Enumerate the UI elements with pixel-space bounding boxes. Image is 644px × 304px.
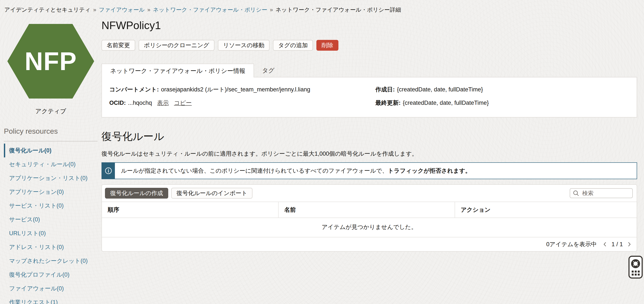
previous-page-icon[interactable] xyxy=(602,241,608,247)
pagination: 1 / 1 xyxy=(602,241,632,248)
column-header-order[interactable]: 順序 xyxy=(102,202,278,218)
info-icon xyxy=(102,163,115,179)
breadcrumb-separator: » xyxy=(270,6,273,13)
column-header-name[interactable]: 名前 xyxy=(278,202,455,218)
sidebar-item-url-lists[interactable]: URLリスト(0) xyxy=(4,226,102,240)
created-label: 作成日: xyxy=(375,86,395,93)
search-box xyxy=(570,188,633,198)
details-left-column: コンパートメント: orasejapankids2 (ルート)/sec_team… xyxy=(109,86,375,107)
sidebar-item-decryption-profiles[interactable]: 復号化プロファイル(0) xyxy=(4,268,102,282)
rename-button[interactable]: 名前変更 xyxy=(102,40,135,51)
main-content: NFWPolicy1 名前変更 ポリシーのクローニング リソースの移動 タグの追… xyxy=(102,13,644,252)
breadcrumb-separator: » xyxy=(147,6,150,13)
sidebar-item-application-lists[interactable]: アプリケーション・リスト(0) xyxy=(4,171,102,185)
help-widget-button[interactable] xyxy=(628,256,643,279)
search-icon xyxy=(573,190,579,196)
status-badge: アクティブ xyxy=(0,107,102,115)
policy-information-panel: コンパートメント: orasejapankids2 (ルート)/sec_team… xyxy=(102,77,637,118)
created-row: 作成日: {createdDate, date, fullDateTime} xyxy=(375,86,489,93)
breadcrumb-item-identity-security: アイデンティティとセキュリティ xyxy=(4,6,90,13)
info-banner: ルールが指定されていない場合、このポリシーに関連付けられているすべてのファイアウ… xyxy=(102,162,637,179)
sidebar-heading: Policy resources xyxy=(4,127,102,135)
sidebar-item-services[interactable]: サービス(0) xyxy=(4,213,102,226)
tab-tags[interactable]: タグ xyxy=(254,64,283,77)
tab-policy-information[interactable]: ネットワーク・ファイアウォール・ポリシー情報 xyxy=(102,64,254,77)
breadcrumb-item-firewalls[interactable]: ファイアウォール xyxy=(99,6,145,13)
sidebar-item-firewalls[interactable]: ファイアウォール(0) xyxy=(4,282,102,295)
apps-grid-icon xyxy=(632,271,640,276)
breadcrumb: アイデンティティとセキュリティ » ファイアウォール » ネットワーク・ファイア… xyxy=(0,0,644,13)
empty-message: アイテムが見つかりませんでした。 xyxy=(102,218,637,237)
sidebar-item-decryption-rules[interactable]: 復号化ルール(0) xyxy=(4,144,102,157)
sidebar-item-address-lists[interactable]: アドレス・リスト(0) xyxy=(4,240,102,254)
ocid-label: OCID: xyxy=(109,100,126,106)
sidebar-item-mapped-secrets[interactable]: マップされたシークレット(0) xyxy=(4,254,102,268)
info-banner-text: ルールが指定されていない場合、このポリシーに関連付けられているすべてのファイアウ… xyxy=(115,163,477,179)
decryption-rules-table: 順序 名前 アクション アイテムが見つかりませんでした。 xyxy=(102,202,637,237)
ocid-value: ...hqochq xyxy=(128,100,152,106)
table-footer: 0アイテムを表示中 1 / 1 xyxy=(102,237,637,251)
breadcrumb-item-network-firewall-policies[interactable]: ネットワーク・ファイアウォール・ポリシー xyxy=(153,6,267,13)
sidebar: Policy resources 復号化ルール(0) セキュリティ・ルール(0)… xyxy=(0,127,102,304)
life-ring-icon xyxy=(630,259,640,269)
sidebar-item-work-requests[interactable]: 作業リクエスト(1) xyxy=(4,295,102,304)
breadcrumb-separator: » xyxy=(93,6,96,13)
section-heading: 復号化ルール xyxy=(102,130,637,143)
sidebar-divider xyxy=(4,141,98,142)
page: アイデンティティとセキュリティ » ファイアウォール » ネットワーク・ファイア… xyxy=(0,0,644,304)
updated-row: 最終更新: {createdDate, date, fullDateTime} xyxy=(375,99,489,107)
ocid-show-link[interactable]: 表示 xyxy=(157,99,169,107)
updated-value: {createdDate, date, fullDateTime} xyxy=(403,100,489,106)
table-toolbar: 復号化ルールの作成 復号化ルールのインポート xyxy=(102,185,637,202)
sidebar-nav: 復号化ルール(0) セキュリティ・ルール(0) アプリケーション・リスト(0) … xyxy=(4,144,102,304)
tabs: ネットワーク・ファイアウォール・ポリシー情報 タグ xyxy=(102,64,637,77)
column-header-action[interactable]: アクション xyxy=(455,202,637,218)
decryption-rules-table-card: 復号化ルールの作成 復号化ルールのインポート 順序 xyxy=(102,184,637,252)
banner-text-bold: トラフィックが拒否されます。 xyxy=(388,167,471,174)
sidebar-item-applications[interactable]: アプリケーション(0) xyxy=(4,185,102,199)
sidebar-item-service-lists[interactable]: サービス・リスト(0) xyxy=(4,199,102,213)
actions-row: 名前変更 ポリシーのクローニング リソースの移動 タグの追加 削除 xyxy=(102,40,637,51)
ocid-copy-link[interactable]: コピー xyxy=(174,99,192,107)
page-title: NFWPolicy1 xyxy=(102,19,637,32)
breadcrumb-item-policy-details: ネットワーク・ファイアウォール・ポリシー詳細 xyxy=(276,6,401,13)
move-resource-button[interactable]: リソースの移動 xyxy=(218,40,270,51)
section-description: 復号化ルールはセキュリティ・ルールの前に適用されます。ポリシーごとに最大1,00… xyxy=(102,150,637,157)
left-column: NFP アクティブ Policy resources 復号化ルール(0) セキュ… xyxy=(0,13,102,304)
add-tags-button[interactable]: タグの追加 xyxy=(273,40,313,51)
banner-text: ルールが指定されていない場合、このポリシーに関連付けられているすべてのファイアウ… xyxy=(121,167,388,174)
compartment-label: コンパートメント: xyxy=(109,86,159,93)
updated-label: 最終更新: xyxy=(375,99,400,107)
ocid-row: OCID: ...hqochq 表示 コピー xyxy=(109,99,375,107)
sidebar-item-security-rules[interactable]: セキュリティ・ルール(0) xyxy=(4,157,102,171)
next-page-icon[interactable] xyxy=(626,241,632,247)
delete-button[interactable]: 削除 xyxy=(316,40,338,51)
import-decryption-rules-button[interactable]: 復号化ルールのインポート xyxy=(171,188,252,199)
page-indicator: 1 / 1 xyxy=(612,241,623,248)
entity-hexagon-icon: NFP xyxy=(7,24,94,99)
details-right-column: 作成日: {createdDate, date, fullDateTime} 最… xyxy=(375,86,489,107)
compartment-value: orasejapankids2 (ルート)/sec_team_member/je… xyxy=(161,86,310,93)
table-empty-row: アイテムが見つかりませんでした。 xyxy=(102,218,637,237)
compartment-row: コンパートメント: orasejapankids2 (ルート)/sec_team… xyxy=(109,86,375,93)
clone-policy-button[interactable]: ポリシーのクローニング xyxy=(139,40,214,51)
created-value: {createdDate, date, fullDateTime} xyxy=(397,86,483,93)
items-shown-label: 0アイテムを表示中 xyxy=(546,240,597,248)
entity-initials: NFP xyxy=(24,47,77,76)
create-decryption-rule-button[interactable]: 復号化ルールの作成 xyxy=(105,188,168,199)
